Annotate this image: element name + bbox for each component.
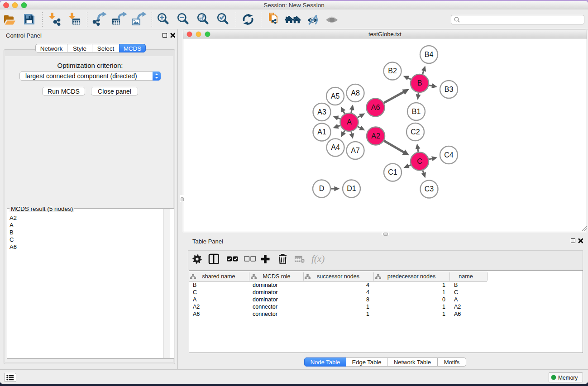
svg-text:A6: A6 bbox=[371, 104, 380, 111]
svg-text:A7: A7 bbox=[351, 147, 360, 154]
svg-text:A2: A2 bbox=[371, 132, 380, 140]
svg-text:A4: A4 bbox=[331, 143, 340, 151]
svg-text:A: A bbox=[347, 118, 352, 126]
svg-text:A1: A1 bbox=[317, 128, 326, 136]
svg-text:C: C bbox=[417, 157, 422, 165]
svg-text:B1: B1 bbox=[412, 108, 421, 115]
svg-text:A8: A8 bbox=[351, 89, 360, 97]
svg-text:A5: A5 bbox=[331, 92, 340, 100]
svg-text:C2: C2 bbox=[411, 128, 420, 136]
svg-text:D: D bbox=[319, 185, 325, 192]
svg-text:B3: B3 bbox=[445, 86, 454, 93]
svg-text:A3: A3 bbox=[317, 108, 326, 116]
svg-text:C4: C4 bbox=[444, 151, 454, 159]
svg-text:B2: B2 bbox=[388, 67, 397, 75]
svg-text:C3: C3 bbox=[425, 185, 434, 193]
svg-text:B4: B4 bbox=[425, 51, 434, 58]
svg-text:C1: C1 bbox=[388, 168, 397, 176]
svg-text:D1: D1 bbox=[347, 185, 356, 192]
svg-text:B: B bbox=[417, 79, 422, 87]
